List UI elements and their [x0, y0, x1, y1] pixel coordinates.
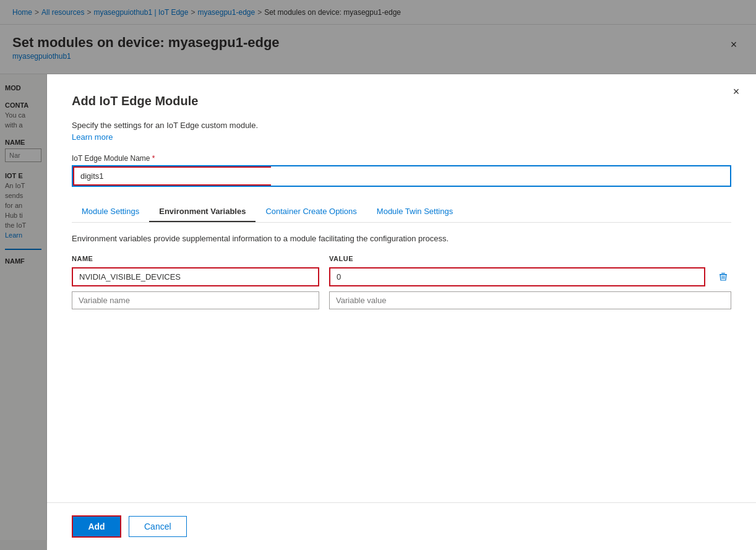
env-value-input-0[interactable] — [329, 267, 705, 286]
add-button[interactable]: Add — [72, 515, 121, 538]
tab-module-twin-settings[interactable]: Module Twin Settings — [367, 202, 463, 222]
tab-module-settings[interactable]: Module Settings — [72, 202, 149, 222]
cancel-button[interactable]: Cancel — [129, 516, 187, 537]
tab-environment-variables[interactable]: Environment Variables — [149, 202, 256, 222]
module-name-input-wrapper — [72, 165, 731, 187]
modal-body: Add IoT Edge Module Specify the settings… — [47, 74, 756, 502]
modal-footer: Add Cancel — [47, 502, 756, 550]
env-col-value-header: VALUE — [329, 255, 731, 262]
required-indicator: * — [152, 154, 155, 163]
module-name-input-right[interactable] — [271, 166, 730, 186]
env-value-input-empty[interactable] — [329, 291, 731, 309]
learn-more-link[interactable]: Learn more — [72, 132, 731, 142]
modal-close-button[interactable]: × — [726, 82, 746, 101]
svg-rect-1 — [721, 273, 725, 273]
modal-title: Add IoT Edge Module — [72, 94, 731, 108]
env-name-input-empty[interactable] — [72, 291, 319, 309]
module-name-label: IoT Edge Module Name * — [72, 154, 731, 163]
modal-subtitle: Specify the settings for an IoT Edge cus… — [72, 121, 731, 130]
module-name-input[interactable] — [73, 166, 271, 186]
env-name-input-0[interactable] — [72, 267, 319, 286]
env-table-header: NAME VALUE — [72, 255, 731, 262]
tabs-bar: Module Settings Environment Variables Co… — [72, 202, 731, 223]
add-iot-edge-module-modal: × Add IoT Edge Module Specify the settin… — [47, 74, 756, 550]
tab-container-create-options[interactable]: Container Create Options — [256, 202, 366, 222]
env-delete-button-0[interactable] — [715, 269, 731, 285]
env-row-0 — [72, 267, 731, 286]
env-col-name-header: NAME — [72, 255, 319, 262]
env-row-empty — [72, 291, 731, 309]
env-section-description: Environment variables provide supplement… — [72, 233, 731, 245]
